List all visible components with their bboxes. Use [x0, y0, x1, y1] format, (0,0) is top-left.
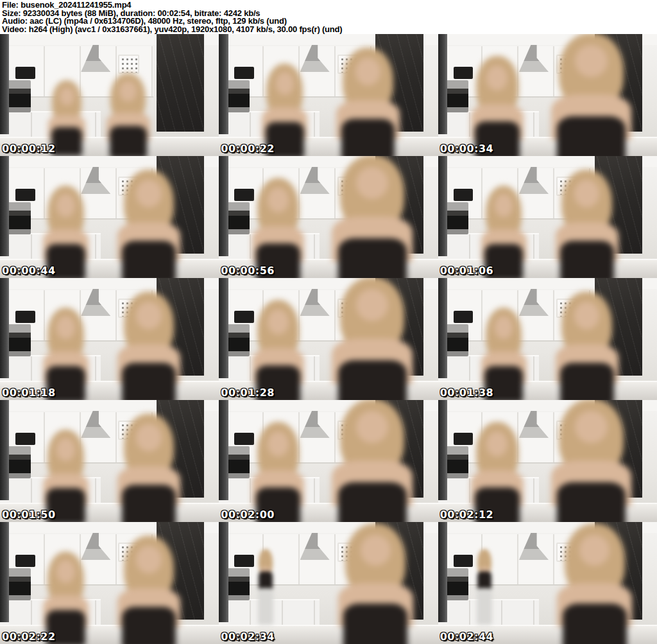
face-shape [486, 65, 508, 91]
face-shape [56, 316, 74, 339]
kitchen-scene [438, 278, 657, 400]
fridge-silhouette [219, 156, 228, 256]
video-thumbnail[interactable]: 00:01:06 [438, 156, 657, 278]
kitchen-scene [219, 522, 438, 644]
fridge-silhouette [438, 278, 447, 378]
video-thumbnail[interactable]: 00:00:22 [219, 34, 438, 156]
person-silhouette-left [471, 549, 499, 625]
video-thumbnail[interactable]: 00:02:34 [219, 522, 438, 644]
face-shape [575, 411, 607, 443]
face-shape [574, 180, 599, 207]
timestamp-overlay: 00:02:00 [221, 509, 275, 521]
face-shape [495, 316, 513, 339]
top-shape [563, 604, 627, 644]
person-silhouette-right [541, 400, 642, 522]
face-shape [56, 438, 74, 461]
microwave-silhouette [15, 67, 35, 79]
microwave-silhouette [234, 67, 254, 79]
kitchen-scene [219, 400, 438, 522]
face-shape [119, 81, 137, 101]
oven-silhouette [6, 202, 31, 234]
video-info-line: Video: h264 (High) (avc1 / 0x31637661), … [2, 26, 657, 34]
video-thumbnail[interactable]: 00:02:44 [438, 522, 657, 644]
face-shape [60, 87, 74, 105]
person-silhouette-right [110, 535, 189, 644]
face-shape [268, 431, 289, 457]
face-shape [574, 302, 599, 329]
face-shape [495, 194, 513, 217]
kitchen-scene [0, 522, 219, 644]
video-thumbnail[interactable]: 00:00:34 [438, 34, 657, 156]
timestamp-overlay: 00:00:44 [2, 265, 56, 277]
timestamp-overlay: 00:00:34 [440, 143, 494, 155]
person-silhouette-right [547, 523, 642, 644]
microwave-silhouette [15, 555, 35, 567]
top-shape [51, 127, 83, 156]
video-thumbnail[interactable]: 00:01:38 [438, 278, 657, 400]
face-shape [56, 194, 74, 217]
person-silhouette-right [110, 292, 189, 400]
fridge-silhouette [0, 400, 9, 500]
kitchen-scene [0, 34, 219, 156]
video-thumbnail[interactable]: 00:01:18 [0, 278, 219, 400]
person-silhouette-right [110, 413, 189, 522]
video-thumbnail[interactable]: 00:00:56 [219, 156, 438, 278]
video-thumbnail[interactable]: 00:01:50 [0, 400, 219, 522]
video-thumbnail[interactable]: 00:02:12 [438, 400, 657, 522]
oven-silhouette [443, 202, 468, 234]
person-silhouette-right [541, 34, 642, 156]
pants-shape [477, 588, 492, 625]
kitchen-scene [219, 156, 438, 278]
timestamp-overlay: 00:02:34 [221, 631, 275, 643]
fridge-silhouette [0, 34, 9, 134]
video-thumbnail[interactable]: 00:00:44 [0, 156, 219, 278]
video-contact-sheet: File: busenok_202411241955.mp4 Size: 923… [0, 0, 657, 644]
kitchen-scene [438, 400, 657, 522]
top-shape [122, 363, 176, 400]
person-silhouette-left [465, 422, 530, 522]
timestamp-overlay: 00:00:12 [2, 143, 56, 155]
fridge-silhouette [0, 156, 9, 256]
oven-silhouette [225, 568, 250, 600]
person-silhouette-right [547, 292, 626, 400]
timestamp-overlay: 00:02:44 [440, 631, 494, 643]
thumbnail-grid: 00:00:12 [0, 34, 657, 644]
person-silhouette-right [101, 73, 155, 156]
top-shape [338, 482, 407, 522]
fridge-silhouette [438, 400, 447, 500]
face-shape [486, 431, 508, 457]
timestamp-overlay: 00:01:50 [2, 509, 56, 521]
video-thumbnail[interactable]: 00:00:12 [0, 34, 219, 156]
kitchen-scene [219, 34, 438, 156]
top-shape [122, 241, 176, 278]
face-shape [356, 289, 388, 321]
video-thumbnail[interactable]: 00:02:00 [219, 400, 438, 522]
video-thumbnail[interactable]: 00:01:28 [219, 278, 438, 400]
microwave-silhouette [454, 311, 474, 323]
fridge-silhouette [219, 400, 228, 500]
face-shape [56, 560, 74, 583]
kitchen-scene [0, 156, 219, 278]
kitchen-scene [438, 34, 657, 156]
timestamp-overlay: 00:00:56 [221, 265, 275, 277]
chalkboard-panel [157, 34, 204, 132]
top-shape [560, 241, 614, 278]
kitchen-scene [438, 156, 657, 278]
timestamp-overlay: 00:01:18 [2, 387, 56, 399]
microwave-silhouette [15, 189, 35, 201]
person-silhouette-right [110, 170, 189, 278]
face-shape [136, 180, 161, 207]
fridge-silhouette [0, 522, 9, 622]
fridge-silhouette [438, 522, 447, 622]
video-thumbnail[interactable]: 00:02:22 [0, 522, 219, 644]
oven-silhouette [6, 324, 31, 356]
person-silhouette-left [245, 422, 311, 522]
oven-silhouette [6, 446, 31, 478]
file-info-header: File: busenok_202411241955.mp4 Size: 923… [0, 0, 657, 34]
kitchen-scene [438, 522, 657, 644]
person-silhouette-left [252, 549, 280, 625]
person-silhouette-left [245, 178, 311, 278]
kitchen-scene [219, 278, 438, 400]
oven-silhouette [6, 80, 31, 112]
top-shape [557, 482, 626, 522]
